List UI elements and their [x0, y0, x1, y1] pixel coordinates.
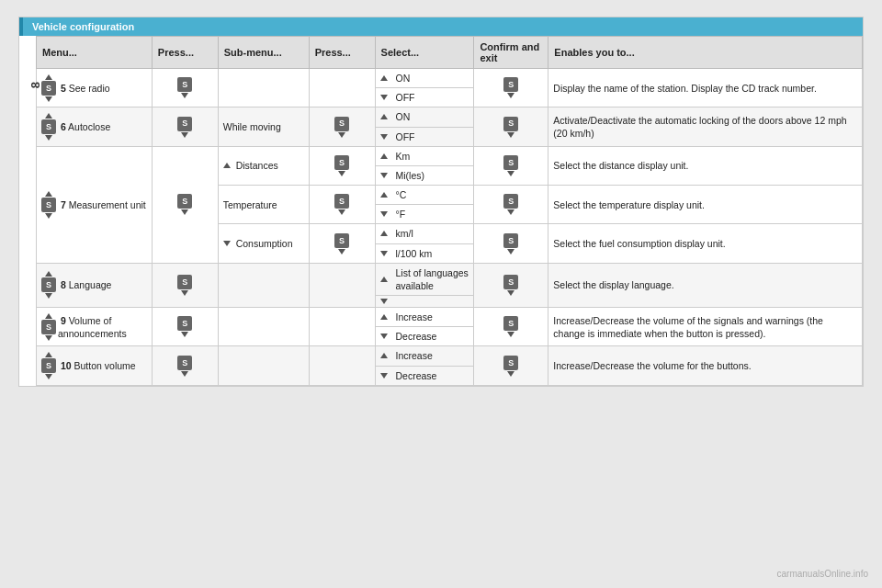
menu-label-8: 8 Language [58, 278, 111, 291]
menu-cell-9: S 9 Volume of announcements [37, 308, 153, 346]
header-title: Vehicle configuration [32, 21, 134, 32]
press-cell-10: S [152, 346, 218, 385]
submenu-cell-9 [218, 308, 309, 346]
select-l100km: l/100 km [375, 243, 474, 263]
confirm-temperature: S [474, 186, 548, 224]
enables-cell-8: Select the display language. [548, 263, 863, 307]
menu-cell-10: S 10 Button volume [37, 346, 153, 385]
press2-cell-8 [309, 263, 375, 307]
col-confirm-header: Confirm and exit [474, 37, 548, 69]
enables-consumption: Select the fuel consumption display unit… [548, 224, 863, 263]
press-cell-7: S [152, 146, 218, 263]
select-vol-decrease: Decrease [375, 327, 474, 346]
col-press-header: Press... [152, 37, 218, 69]
select-celsius: °C [375, 186, 474, 205]
table-row: S 7 Measurement unit S Dista [37, 146, 863, 165]
submenu-distances: Distances [218, 146, 309, 185]
press2-cell-6: S [309, 107, 375, 146]
select-kml: km/l [375, 224, 474, 243]
confirm-cell-9: S [474, 308, 548, 346]
submenu-cell-8 [218, 263, 309, 307]
enables-cell-10: Increase/Decrease the volume for the but… [548, 346, 863, 385]
menu-cell-8: S 8 Language [37, 263, 153, 307]
enables-temperature: Select the temperature display unit. [548, 186, 863, 224]
table-row: S 9 Volume of announcements S [37, 308, 863, 327]
menu-cell-7: S 7 Measurement unit [37, 146, 153, 263]
col-press2-header: Press... [309, 37, 375, 69]
press-cell-5: S [152, 69, 218, 107]
confirm-cell-10: S [474, 346, 548, 385]
table-row: S 6 Autoclose S While moving [37, 107, 863, 127]
menu-cell-6: S 6 Autoclose [37, 107, 153, 146]
enables-distances: Select the distance display unit. [548, 146, 863, 185]
config-table: Menu... Press... Sub-menu... Press... Se… [36, 36, 863, 386]
press2-distances: S [309, 146, 375, 185]
select-languages-up: List of languages available [375, 263, 474, 295]
select-languages-down [375, 296, 474, 308]
col-enables-header: Enables you to... [548, 37, 863, 69]
page-header: Vehicle configuration [19, 17, 863, 36]
col-menu-header: Menu... [37, 37, 153, 69]
confirm-cell-8: S [474, 263, 548, 307]
col-select-header: Select... [375, 37, 474, 69]
press-cell-6: S [152, 107, 218, 146]
press-cell-8: S [152, 263, 218, 307]
select-cell-6-on: ON [375, 107, 474, 127]
submenu-cell-5 [218, 69, 309, 107]
press2-cell-9 [309, 308, 375, 346]
select-btnvol-decrease: Decrease [375, 366, 474, 385]
table-row: S 5 See radio S [37, 69, 863, 88]
menu-label-7: 7 Measurement unit [58, 198, 146, 211]
menu-label-6: 6 Autoclose [58, 120, 110, 133]
enables-cell-5: Display the name of the station. Display… [548, 69, 863, 107]
select-cell-5-off: OFF [375, 88, 474, 107]
confirm-cell-6: S [474, 107, 548, 146]
table-row: S 8 Language S [37, 263, 863, 295]
select-km: Km [375, 146, 474, 165]
select-cell-5-on: ON [375, 69, 474, 88]
submenu-cell-6: While moving [218, 107, 309, 146]
menu-cell-5: S 5 See radio [37, 69, 153, 107]
menu-label-5: 5 See radio [58, 82, 110, 95]
confirm-distances: S [474, 146, 548, 185]
menu-label-9: 9 Volume of announcements [58, 314, 147, 340]
select-vol-increase: Increase [375, 308, 474, 327]
select-miles: Mi(les) [375, 165, 474, 185]
submenu-temperature: Temperature [218, 186, 309, 224]
main-page: Vehicle configuration 8 Menu... Press...… [18, 17, 864, 387]
press2-consumption: S [309, 224, 375, 263]
col-submenu-header: Sub-menu... [218, 37, 309, 69]
submenu-consumption: Consumption [218, 224, 309, 263]
submenu-cell-10 [218, 346, 309, 385]
press-cell-9: S [152, 308, 218, 346]
watermark: carmanualsOnline.info [777, 569, 869, 579]
select-cell-6-off: OFF [375, 127, 474, 146]
press2-temperature: S [309, 186, 375, 224]
confirm-cell-5: S [474, 69, 548, 107]
enables-cell-6: Activate/Deactivate the automatic lockin… [548, 107, 863, 146]
confirm-consumption: S [474, 224, 548, 263]
press2-cell-10 [309, 346, 375, 385]
enables-cell-9: Increase/Decrease the volume of the sign… [548, 308, 863, 346]
select-btnvol-increase: Increase [375, 346, 474, 366]
select-fahrenheit: °F [375, 205, 474, 224]
page-number: 8 [28, 82, 42, 88]
press2-cell-5 [309, 69, 375, 107]
table-row: S 10 Button volume S [37, 346, 863, 366]
menu-label-10: 10 Button volume [58, 359, 136, 372]
